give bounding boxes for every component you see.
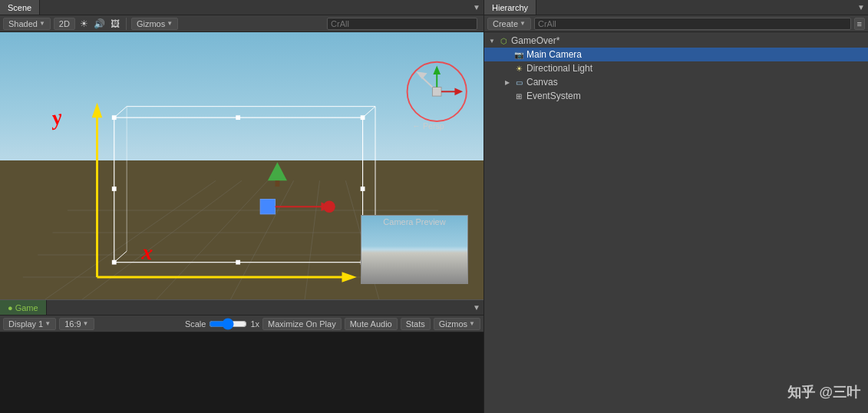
scene-tab-label: Scene <box>8 3 31 12</box>
2d-label: 2D <box>59 19 70 28</box>
hierarchy-tab[interactable]: Hierarchy <box>484 0 536 15</box>
x-axis-label: x <box>141 240 154 265</box>
sky-background <box>0 32 484 166</box>
scene-collapse-btn[interactable]: ▼ <box>470 3 484 12</box>
eventsystem-label: EventSystem <box>526 91 581 101</box>
shaded-arrow-icon: ▼ <box>39 20 45 27</box>
hierarchy-content: ▼ ⬡ GameOver* 📷 Main Camera ☀ Directiona… <box>484 32 868 224</box>
create-dropdown[interactable]: Create ▼ <box>487 18 531 30</box>
watermark: 知乎 @三叶 <box>787 383 860 401</box>
gameobject-icon: ⬡ <box>498 35 509 46</box>
stats-label: Stats <box>406 319 425 329</box>
aspect-label: 16:9 <box>64 319 81 329</box>
game-collapse-btn[interactable]: ▼ <box>470 303 484 312</box>
directional-light-label: Directional Light <box>526 63 592 74</box>
game-gizmos-arrow-icon: ▼ <box>469 320 475 327</box>
expand-camera-icon <box>503 50 512 59</box>
game-toolbar: Display 1 ▼ 16:9 ▼ Scale 1x Maximize On … <box>0 316 484 332</box>
hierarchy-options-btn[interactable]: ≡ <box>854 18 865 30</box>
canvas-icon: ▭ <box>513 77 524 88</box>
display-dropdown[interactable]: Display 1 ▼ <box>3 318 56 330</box>
camera-icon: 📷 <box>513 49 524 60</box>
hierarchy-tab-bar: Hierarchy ▼ <box>484 0 868 15</box>
eventsystem-icon: ⊞ <box>513 91 524 101</box>
gizmos-arrow-icon: ▼ <box>167 20 173 27</box>
gameover-label: GameOver* <box>511 35 559 46</box>
display-arrow-icon: ▼ <box>45 320 51 327</box>
create-label: Create <box>493 19 518 28</box>
shaded-label: Shaded <box>8 19 38 28</box>
game-tab-bar: ● Game ▼ <box>0 300 484 316</box>
hierarchy-search-input[interactable] <box>534 18 851 30</box>
stats-button[interactable]: Stats <box>401 318 431 330</box>
display-label: Display 1 <box>8 319 43 329</box>
scale-value: 1x <box>250 319 259 329</box>
game-viewport <box>0 332 484 413</box>
aspect-dropdown[interactable]: 16:9 ▼ <box>59 318 94 330</box>
hierarchy-tab-label: Hierarchy <box>492 3 528 12</box>
mute-audio-button[interactable]: Mute Audio <box>345 318 398 330</box>
light-toggle-icon[interactable]: ☀ <box>78 18 91 30</box>
expand-eventsystem-icon <box>503 91 512 101</box>
canvas-label: Canvas <box>526 77 558 88</box>
light-icon: ☀ <box>513 63 524 74</box>
game-tab-icon: ● <box>8 303 13 312</box>
camera-preview-label: Camera Preview <box>383 217 445 226</box>
hierarchy-item-main-camera[interactable]: 📷 Main Camera <box>484 48 868 61</box>
camera-preview: Camera Preview <box>361 215 468 284</box>
gizmos-dropdown[interactable]: Gizmos ▼ <box>131 18 178 30</box>
toolbar-sep-1 <box>126 18 127 30</box>
create-arrow-icon: ▼ <box>520 20 526 27</box>
scene-toolbar: Shaded ▼ 2D ☀ 🔊 🖼 Gizmos ▼ <box>0 15 484 32</box>
hierarchy-item-canvas[interactable]: ▶ ▭ Canvas <box>484 75 868 89</box>
expand-canvas-icon: ▶ <box>503 78 512 87</box>
main-camera-label: Main Camera <box>526 49 582 60</box>
2d-button[interactable]: 2D <box>54 18 75 30</box>
game-gizmos-dropdown[interactable]: Gizmos ▼ <box>434 318 480 330</box>
scale-slider[interactable] <box>209 319 247 329</box>
hierarchy-item-directional-light[interactable]: ☀ Directional Light <box>484 61 868 75</box>
scene-search-input[interactable] <box>327 18 477 30</box>
right-panel: Hierarchy ▼ Create ▼ ≡ ▼ ⬡ GameOver* 📷 M… <box>484 0 868 413</box>
aspect-arrow-icon: ▼ <box>83 320 89 327</box>
game-tab[interactable]: ● Game <box>0 300 47 315</box>
scene-tab-bar: Scene ▼ <box>0 0 484 15</box>
expand-light-icon <box>503 64 512 73</box>
scale-label: Scale <box>185 319 206 329</box>
game-panel: ● Game ▼ Display 1 ▼ 16:9 ▼ Scale 1x Max… <box>0 299 484 413</box>
hierarchy-collapse-btn[interactable]: ▼ <box>854 3 868 12</box>
audio-toggle-icon[interactable]: 🔊 <box>94 18 106 30</box>
shaded-dropdown[interactable]: Shaded ▼ <box>3 18 51 30</box>
scene-viewport: ← Persp y x Camera Preview <box>0 32 484 299</box>
mute-label: Mute Audio <box>350 319 392 329</box>
game-gizmos-label: Gizmos <box>439 319 467 329</box>
game-tab-label: Game <box>15 303 38 312</box>
maximize-on-play-button[interactable]: Maximize On Play <box>262 318 342 330</box>
scene-tab[interactable]: Scene <box>0 0 40 15</box>
gizmos-label: Gizmos <box>137 19 165 28</box>
hierarchy-item-gameover[interactable]: ▼ ⬡ GameOver* <box>484 34 868 48</box>
effects-toggle-icon[interactable]: 🖼 <box>109 18 121 30</box>
expand-gameover-icon: ▼ <box>487 36 497 45</box>
maximize-label: Maximize On Play <box>268 319 336 329</box>
left-panel: Scene ▼ Shaded ▼ 2D ☀ 🔊 🖼 Gizmos ▼ <box>0 0 484 413</box>
hierarchy-toolbar: Create ▼ ≡ <box>484 15 868 32</box>
hierarchy-item-eventsystem[interactable]: ⊞ EventSystem <box>484 89 868 103</box>
